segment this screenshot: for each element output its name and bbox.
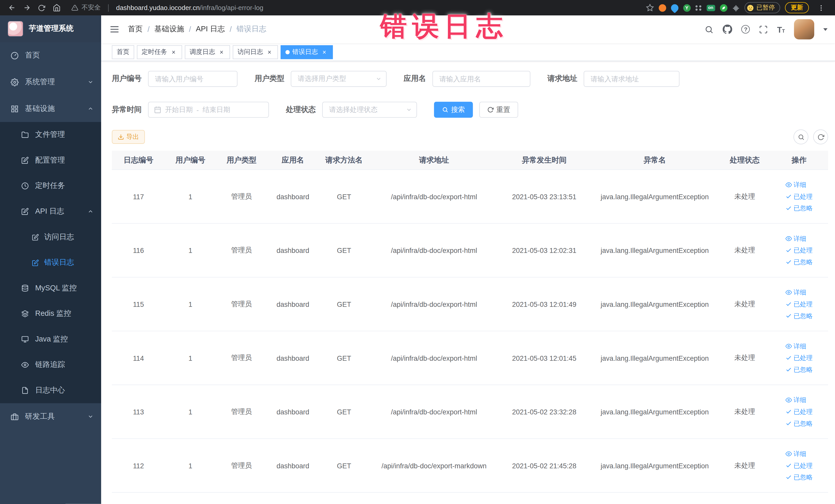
update-button[interactable]: 更新 [785, 2, 809, 13]
kebab-menu-icon[interactable] [815, 1, 828, 14]
tags-view: 首页 定时任务 × 调度日志 × 访问日志 × 错误日志 × [101, 43, 835, 61]
close-icon[interactable]: × [266, 48, 273, 56]
breadcrumb-infrastructure[interactable]: 基础设施 [154, 24, 184, 34]
sidebar-item-trace[interactable]: 链路追踪 [0, 352, 101, 378]
detail-link[interactable]: 详细 [786, 449, 806, 458]
tab-error-log[interactable]: 错误日志 × [281, 45, 333, 59]
mark-processed-link[interactable]: 已处理 [786, 300, 813, 309]
sidebar-item-config-mgmt[interactable]: 配置管理 [0, 148, 101, 173]
mark-processed-link[interactable]: 已处理 [786, 461, 813, 470]
mark-ignored-link[interactable]: 已忽略 [786, 473, 813, 482]
table-header: 日志编号 用户编号 用户类型 应用名 请求方法名 请求地址 异常发生时间 异常名… [112, 151, 828, 170]
close-icon[interactable]: × [321, 48, 328, 56]
column-header: 异常发生时间 [498, 155, 590, 165]
user-id-input[interactable] [148, 71, 238, 87]
detail-link[interactable]: 详细 [786, 342, 806, 351]
export-button[interactable]: 导出 [112, 130, 145, 144]
mark-ignored-link[interactable]: 已忽略 [786, 204, 813, 213]
help-icon[interactable]: ? [741, 25, 750, 34]
sidebar-item-infrastructure[interactable]: 基础设施 [0, 95, 101, 122]
detail-link[interactable]: 详细 [786, 180, 806, 189]
user-type-select[interactable]: 请选择用户类型 [291, 71, 387, 87]
sidebar-item-dev-tools[interactable]: 研发工具 [0, 403, 101, 430]
sidebar-item-mysql-monitor[interactable]: MySQL 监控 [0, 276, 101, 301]
sidebar-item-file-mgmt[interactable]: 文件管理 [0, 122, 101, 148]
process-status-select[interactable]: 请选择处理状态 [322, 102, 417, 118]
cell-request-url: /api/infra/db-doc/export-markdown [370, 462, 498, 469]
breadcrumb-home[interactable]: 首页 [128, 24, 143, 34]
sidebar-item-access-log[interactable]: 访问日志 [0, 224, 101, 250]
mark-processed-link[interactable]: 已处理 [786, 246, 813, 255]
filter-label: 处理状态 [286, 105, 316, 115]
user-avatar[interactable] [794, 19, 814, 40]
home-icon[interactable] [50, 1, 63, 14]
extension-icon-leaf[interactable] [720, 4, 727, 12]
extension-icon-y[interactable]: Y [683, 4, 691, 12]
check-icon [786, 420, 792, 427]
check-icon [786, 462, 792, 469]
sidebar-item-error-log[interactable]: 错误日志 [0, 250, 101, 276]
mark-ignored-link[interactable]: 已忽略 [786, 311, 813, 320]
database-icon [21, 284, 29, 292]
refresh-table-button[interactable] [813, 129, 828, 144]
extension-on-badge[interactable]: on [707, 5, 715, 11]
reload-icon[interactable] [35, 1, 48, 14]
back-icon[interactable] [5, 1, 18, 14]
fullscreen-icon[interactable] [759, 25, 768, 34]
detail-link[interactable]: 详细 [786, 396, 806, 404]
hamburger-icon[interactable] [101, 24, 128, 35]
reset-button[interactable]: 重置 [479, 102, 518, 118]
tab-label: 访问日志 [238, 47, 263, 57]
mark-processed-label: 已处理 [793, 354, 813, 363]
sidebar-item-api-log[interactable]: API 日志 [0, 199, 101, 224]
bookmark-star-icon[interactable] [646, 4, 654, 12]
request-url-input[interactable] [584, 71, 679, 87]
mark-ignored-label: 已忽略 [793, 258, 813, 266]
exception-time-range[interactable]: 开始日期 - 结束日期 [148, 102, 269, 118]
detail-link-label: 详细 [793, 342, 806, 351]
reset-button-label: 重置 [496, 105, 510, 115]
tab-label: 定时任务 [142, 47, 167, 57]
extension-icon-paw[interactable] [732, 4, 739, 12]
extension-icon-blue-drop[interactable] [669, 3, 680, 13]
mark-ignored-link[interactable]: 已忽略 [786, 419, 813, 428]
font-size-icon[interactable]: TT [777, 25, 785, 33]
refresh-icon [817, 134, 824, 140]
sidebar-item-java-monitor[interactable]: Java 监控 [0, 327, 101, 352]
mark-ignored-link[interactable]: 已忽略 [786, 258, 813, 266]
extensions-grid-icon[interactable] [695, 5, 702, 11]
tab-dispatch-log[interactable]: 调度日志 × [185, 45, 230, 59]
breadcrumb-api-log[interactable]: API 日志 [196, 24, 225, 34]
cell-status: 未处理 [719, 299, 770, 309]
extension-icon-orange[interactable] [659, 4, 666, 12]
mark-processed-label: 已处理 [793, 300, 813, 309]
close-icon[interactable]: × [218, 48, 225, 56]
mark-processed-link[interactable]: 已处理 [786, 192, 813, 201]
tab-access-log[interactable]: 访问日志 × [233, 45, 278, 59]
toggle-search-button[interactable] [793, 129, 808, 144]
search-button[interactable]: 搜索 [434, 102, 473, 118]
paused-badge[interactable]: 已暂停 [744, 2, 780, 13]
mark-processed-link[interactable]: 已处理 [786, 407, 813, 416]
sidebar-item-system-mgmt[interactable]: 系统管理 [0, 69, 101, 96]
cell-app-name: dashboard [267, 408, 318, 416]
detail-link[interactable]: 详细 [786, 234, 806, 243]
sidebar-item-home[interactable]: 首页 [0, 42, 101, 69]
sidebar-item-redis-monitor[interactable]: Redis 监控 [0, 301, 101, 327]
github-icon[interactable] [723, 24, 732, 34]
close-icon[interactable]: × [170, 48, 177, 56]
app-name-input[interactable] [432, 71, 531, 87]
filter-row-2: 异常时间 开始日期 - 结束日期 处理状态 请选择处理状态 [112, 102, 828, 118]
sidebar-item-scheduled-tasks[interactable]: 定时任务 [0, 173, 101, 199]
app-logo[interactable]: 芋道管理系统 [0, 15, 101, 42]
mark-ignored-link[interactable]: 已忽略 [786, 365, 813, 374]
detail-link[interactable]: 详细 [786, 288, 806, 297]
caret-down-icon[interactable] [823, 28, 828, 31]
tab-home[interactable]: 首页 [112, 45, 134, 59]
sidebar-item-log-center[interactable]: 日志中心 [0, 378, 101, 403]
search-icon[interactable] [705, 25, 714, 34]
tab-scheduled-tasks[interactable]: 定时任务 × [137, 45, 182, 59]
mark-processed-link[interactable]: 已处理 [786, 354, 813, 363]
address-bar[interactable]: 不安全 dashboard.yudao.iocoder.cn/infra/log… [72, 3, 263, 12]
forward-icon[interactable] [20, 1, 33, 14]
